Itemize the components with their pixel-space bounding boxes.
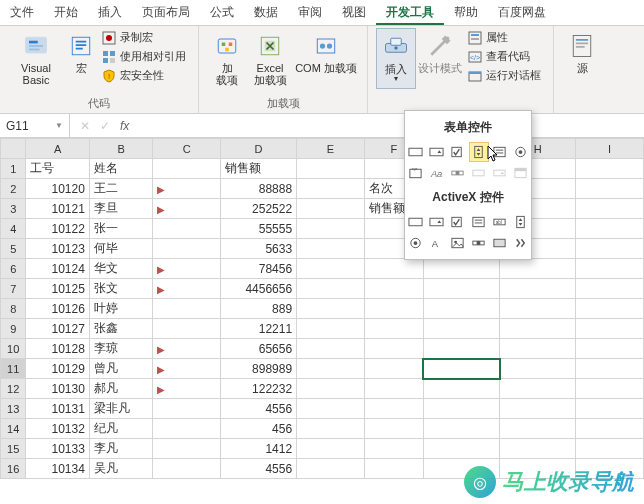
cell[interactable]: 12211 bbox=[220, 319, 296, 339]
row-header-15[interactable]: 15 bbox=[1, 439, 26, 459]
cell[interactable]: 10132 bbox=[26, 419, 89, 439]
cell[interactable]: 10133 bbox=[26, 439, 89, 459]
cell[interactable]: 78456 bbox=[220, 259, 296, 279]
cell[interactable]: 1412 bbox=[220, 439, 296, 459]
cell[interactable]: ▶ bbox=[153, 339, 221, 359]
cell[interactable] bbox=[153, 299, 221, 319]
row-header-9[interactable]: 9 bbox=[1, 319, 26, 339]
cell[interactable]: 88888 bbox=[220, 179, 296, 199]
cell[interactable] bbox=[153, 459, 221, 479]
cell[interactable]: 10127 bbox=[26, 319, 89, 339]
cell[interactable] bbox=[500, 319, 576, 339]
form-checkbox-icon[interactable] bbox=[448, 142, 468, 162]
ax-label-icon[interactable]: A bbox=[427, 233, 447, 253]
cell[interactable] bbox=[297, 199, 365, 219]
cell[interactable]: 5633 bbox=[220, 239, 296, 259]
cell[interactable] bbox=[297, 419, 365, 439]
cell[interactable] bbox=[423, 279, 499, 299]
tab-8[interactable]: 开发工具 bbox=[376, 0, 444, 25]
cell[interactable]: 曾凡 bbox=[89, 359, 152, 379]
cell[interactable] bbox=[500, 379, 576, 399]
row-header-12[interactable]: 12 bbox=[1, 379, 26, 399]
form-button-icon[interactable] bbox=[406, 142, 426, 162]
cell[interactable]: 10131 bbox=[26, 399, 89, 419]
enter-icon[interactable]: ✓ bbox=[100, 119, 110, 133]
cell[interactable]: 张鑫 bbox=[89, 319, 152, 339]
cell[interactable] bbox=[423, 319, 499, 339]
cell[interactable] bbox=[297, 179, 365, 199]
cell[interactable]: 姓名 bbox=[89, 159, 152, 179]
ax-combo-icon[interactable] bbox=[427, 212, 447, 232]
cell[interactable] bbox=[576, 159, 644, 179]
cell[interactable] bbox=[153, 419, 221, 439]
tab-10[interactable]: 百度网盘 bbox=[488, 0, 556, 25]
cell[interactable] bbox=[423, 399, 499, 419]
tab-0[interactable]: 文件 bbox=[0, 0, 44, 25]
cancel-icon[interactable]: ✕ bbox=[80, 119, 90, 133]
properties-button[interactable]: 属性 bbox=[468, 28, 541, 47]
cell[interactable]: ▶ bbox=[153, 359, 221, 379]
cell[interactable] bbox=[576, 299, 644, 319]
fx-icon[interactable]: fx bbox=[120, 119, 129, 133]
cell[interactable] bbox=[153, 399, 221, 419]
cell[interactable]: 10134 bbox=[26, 459, 89, 479]
cell[interactable] bbox=[153, 159, 221, 179]
cell[interactable] bbox=[500, 439, 576, 459]
row-header-1[interactable]: 1 bbox=[1, 159, 26, 179]
cell[interactable]: 李旦 bbox=[89, 199, 152, 219]
cell[interactable] bbox=[500, 359, 576, 379]
relative-ref-button[interactable]: 使用相对引用 bbox=[102, 47, 186, 66]
row-header-14[interactable]: 14 bbox=[1, 419, 26, 439]
tab-7[interactable]: 视图 bbox=[332, 0, 376, 25]
row-header-10[interactable]: 10 bbox=[1, 339, 26, 359]
insert-controls-button[interactable]: 插入▾ bbox=[376, 28, 416, 89]
row-header-6[interactable]: 6 bbox=[1, 259, 26, 279]
col-header-D[interactable]: D bbox=[220, 139, 296, 159]
cell[interactable] bbox=[364, 359, 423, 379]
cell[interactable]: ▶ bbox=[153, 179, 221, 199]
form-option-icon[interactable] bbox=[511, 142, 531, 162]
cell[interactable] bbox=[297, 299, 365, 319]
cell[interactable]: 华文 bbox=[89, 259, 152, 279]
design-mode-button[interactable]: 设计模式 bbox=[416, 28, 464, 78]
cell[interactable] bbox=[153, 439, 221, 459]
cell[interactable] bbox=[423, 299, 499, 319]
cell[interactable]: 何毕 bbox=[89, 239, 152, 259]
run-dialog-button[interactable]: 运行对话框 bbox=[468, 66, 541, 85]
cell[interactable] bbox=[500, 339, 576, 359]
cell[interactable] bbox=[576, 219, 644, 239]
cell[interactable]: 4556 bbox=[220, 459, 296, 479]
cell[interactable]: 10125 bbox=[26, 279, 89, 299]
cell[interactable]: 456 bbox=[220, 419, 296, 439]
ax-listbox-icon[interactable] bbox=[469, 212, 489, 232]
cell[interactable] bbox=[576, 399, 644, 419]
tab-5[interactable]: 数据 bbox=[244, 0, 288, 25]
cell[interactable]: 4456656 bbox=[220, 279, 296, 299]
cell[interactable] bbox=[576, 419, 644, 439]
cell[interactable] bbox=[576, 259, 644, 279]
cell[interactable]: 10130 bbox=[26, 379, 89, 399]
cell[interactable] bbox=[576, 439, 644, 459]
row-header-4[interactable]: 4 bbox=[1, 219, 26, 239]
col-header-A[interactable]: A bbox=[26, 139, 89, 159]
row-header-7[interactable]: 7 bbox=[1, 279, 26, 299]
col-header-C[interactable]: C bbox=[153, 139, 221, 159]
form-listbox-icon[interactable] bbox=[490, 142, 510, 162]
cell[interactable] bbox=[576, 199, 644, 219]
ax-button-icon[interactable] bbox=[406, 212, 426, 232]
cell[interactable]: 10123 bbox=[26, 239, 89, 259]
cell[interactable] bbox=[364, 339, 423, 359]
cell[interactable] bbox=[423, 379, 499, 399]
cell[interactable] bbox=[297, 459, 365, 479]
cell[interactable]: 10122 bbox=[26, 219, 89, 239]
cell[interactable] bbox=[297, 339, 365, 359]
cell[interactable]: ▶ bbox=[153, 259, 221, 279]
cell[interactable] bbox=[153, 219, 221, 239]
form-spinner-icon[interactable] bbox=[469, 142, 489, 162]
cell[interactable] bbox=[297, 219, 365, 239]
tab-3[interactable]: 页面布局 bbox=[132, 0, 200, 25]
cell[interactable] bbox=[423, 439, 499, 459]
cell[interactable] bbox=[297, 259, 365, 279]
cell[interactable] bbox=[297, 359, 365, 379]
cell[interactable] bbox=[500, 279, 576, 299]
